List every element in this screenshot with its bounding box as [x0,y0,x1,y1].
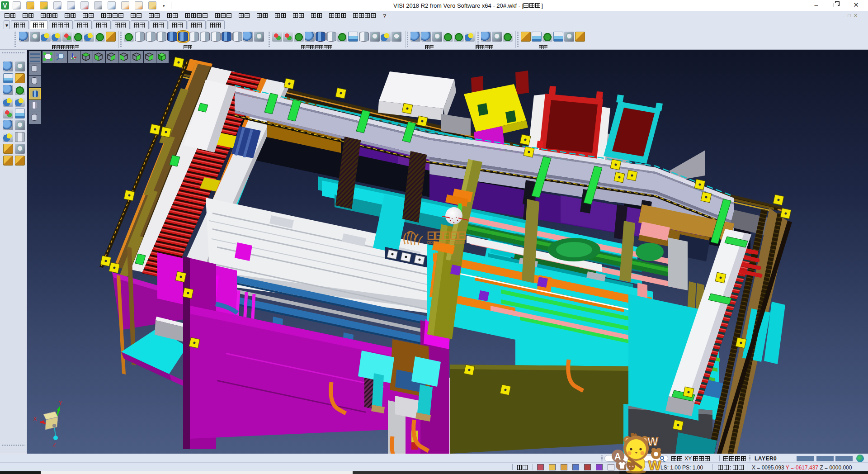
svg-text:W: W [647,435,658,448]
svg-text:W: W [648,458,661,473]
svg-text:X: X [33,416,37,422]
svg-text:Y: Y [59,400,62,406]
svg-text:Z: Z [53,442,56,447]
